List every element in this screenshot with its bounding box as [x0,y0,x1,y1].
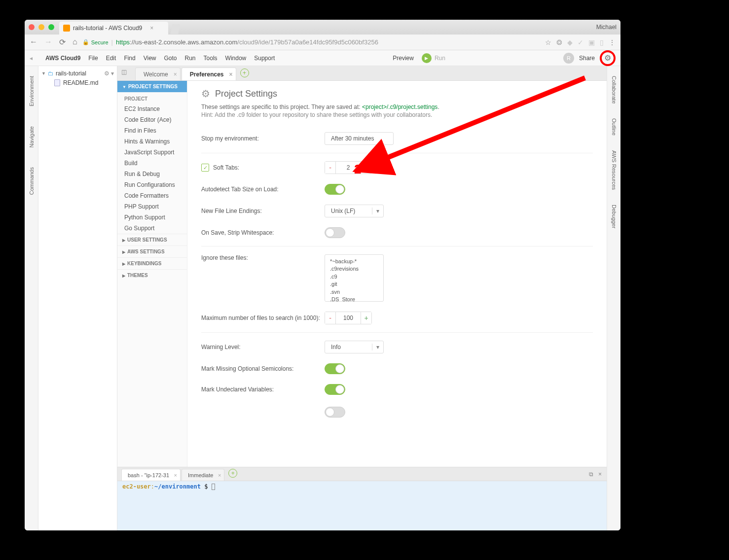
settings-gear-icon[interactable]: ⚙ [600,50,616,66]
nav-code-formatters[interactable]: Code Formatters [117,190,187,201]
select-warning-level[interactable]: Info ▾ [325,341,384,353]
close-tab-icon[interactable]: × [150,25,153,32]
nav-build[interactable]: Build [117,158,187,169]
add-tab-button[interactable]: + [240,69,249,77]
nav-run-debug[interactable]: Run & Debug [117,169,187,179]
menu-goto[interactable]: Goto [164,55,177,62]
forward-button[interactable]: → [44,37,52,47]
extension-icon[interactable]: ▯ [600,38,604,46]
nav-section-keybindings[interactable]: ▶KEYBINDINGS [117,257,187,269]
run-button[interactable]: ▶ Run [422,53,445,63]
terminal-cursor [212,484,215,490]
toggle-undeclared[interactable] [325,384,345,395]
tree-root-folder[interactable]: ▼ 🗀 rails-tutorial ⚙ ▾ [41,69,114,78]
reload-button[interactable]: ⟳ [59,37,66,47]
menu-find[interactable]: Find [124,55,135,62]
menu-run[interactable]: Run [185,55,196,62]
max-files-input[interactable] [336,312,361,324]
browser-menu-icon[interactable]: ⋮ [609,38,616,46]
tab-preferences[interactable]: Preferences × [182,68,236,80]
extension-icon[interactable]: ❂ [556,38,562,46]
toggle-strip-whitespace[interactable] [325,227,345,238]
bookmark-star-icon[interactable]: ☆ [545,38,551,46]
extension-icon[interactable]: ✓ [578,38,583,46]
rail-debugger[interactable]: Debugger [611,205,617,228]
browser-tab[interactable]: rails-tutorial - AWS Cloud9 × [59,22,168,35]
terminal-expand-icon[interactable]: ⧉ [589,471,593,478]
label-warning-level: Warning Level: [201,344,325,350]
rail-navigate[interactable]: Navigate [29,126,35,147]
tab-label: bash - "ip-172-31 [128,472,169,478]
user-avatar[interactable]: R [563,53,574,64]
terminal-body[interactable]: ec2-user:~/environment $ [117,481,607,530]
select-newline[interactable]: Unix (LF) ▾ [325,205,384,217]
close-tab-icon[interactable]: × [229,71,233,78]
soft-tabs-input[interactable] [336,162,361,174]
nav-section-user-settings[interactable]: ▶USER SETTINGS [117,234,187,245]
chevron-down-icon: ▾ [372,208,383,214]
nav-php-support[interactable]: PHP Support [117,201,187,212]
close-tab-icon[interactable]: × [174,472,177,478]
close-tab-icon[interactable]: × [174,71,177,78]
browser-profile-name[interactable]: Michael [596,24,617,31]
rail-environment[interactable]: Environment [29,76,35,106]
stepper-decrement-button[interactable]: - [325,312,336,324]
nav-ec2-instance[interactable]: EC2 Instance [117,104,187,114]
menu-edit[interactable]: Edit [106,55,116,62]
menu-support[interactable]: Support [254,55,275,62]
menu-window[interactable]: Window [225,55,247,62]
url-field[interactable]: 🔒 Secure | https://us-east-2.console.aws… [82,38,540,46]
nav-hints-warnings[interactable]: Hints & Warnings [117,136,187,147]
minimize-window-icon[interactable] [38,24,44,30]
tab-welcome[interactable]: Welcome × [135,68,181,80]
menu-file[interactable]: File [88,55,98,62]
panel-layout-icon[interactable]: ◫ [121,69,130,77]
stepper-increment-button[interactable]: + [361,162,371,174]
run-label: Run [435,55,445,62]
nav-run-configs[interactable]: Run Configurations [117,179,187,190]
menu-tools[interactable]: Tools [204,55,218,62]
tree-root-label: rails-tutorial [56,70,86,77]
home-button[interactable]: ⌂ [73,37,77,47]
stepper-decrement-button[interactable]: - [325,162,336,174]
close-tab-icon[interactable]: × [218,472,221,478]
back-button[interactable]: ← [30,37,37,47]
terminal-tab-bash[interactable]: bash - "ip-172-31 × [121,469,181,481]
nav-section-themes[interactable]: ▶THEMES [117,269,187,281]
preview-button[interactable]: Preview [393,55,414,62]
toggle-truncated[interactable] [325,407,345,418]
rail-outline[interactable]: Outline [611,118,617,136]
tree-settings-gear-icon[interactable]: ⚙ ▾ [104,70,114,77]
extension-icon[interactable]: ▣ [588,38,595,46]
extension-icon[interactable]: ◆ [567,38,573,46]
share-button[interactable]: Share [579,55,595,62]
terminal-tab-immediate[interactable]: Immediate × [182,469,224,481]
checkbox-soft-tabs[interactable]: ✓ [201,164,209,172]
nav-js-support[interactable]: JavaScript Support [117,147,187,158]
rail-aws-resources[interactable]: AWS Resources [611,150,617,190]
stepper-increment-button[interactable]: + [361,312,371,324]
nav-find-in-files[interactable]: Find in Files [117,125,187,136]
toggle-autodetect-tab[interactable] [325,184,345,195]
terminal-close-icon[interactable]: × [598,471,602,478]
ignore-files-textarea[interactable]: *~backup-* .c9revisions .c9 .git .svn .D… [325,254,384,302]
close-window-icon[interactable] [29,24,35,30]
collapse-tree-icon[interactable]: ◂ [30,55,33,62]
new-browser-tab-button[interactable] [170,24,180,34]
nav-go-support[interactable]: Go Support [117,223,187,234]
gear-icon: ⚙ [201,88,210,100]
tree-file[interactable]: README.md [41,78,114,88]
nav-python-support[interactable]: Python Support [117,212,187,223]
nav-section-aws-settings[interactable]: ▶AWS SETTINGS [117,245,187,257]
add-terminal-tab-button[interactable]: + [228,469,237,478]
select-stop-environment[interactable]: After 30 minutes [325,132,394,145]
toggle-semicolons[interactable] [325,363,345,374]
ide-logo[interactable]: AWS Cloud9 [45,55,80,62]
maximize-window-icon[interactable] [48,24,54,30]
menu-view[interactable]: View [144,55,156,62]
nav-section-project-settings[interactable]: ▼PROJECT SETTINGS [117,81,187,92]
nav-code-editor[interactable]: Code Editor (Ace) [117,114,187,125]
window-traffic-lights[interactable] [29,24,54,30]
rail-collaborate[interactable]: Collaborate [611,76,617,104]
rail-commands[interactable]: Commands [29,167,35,195]
